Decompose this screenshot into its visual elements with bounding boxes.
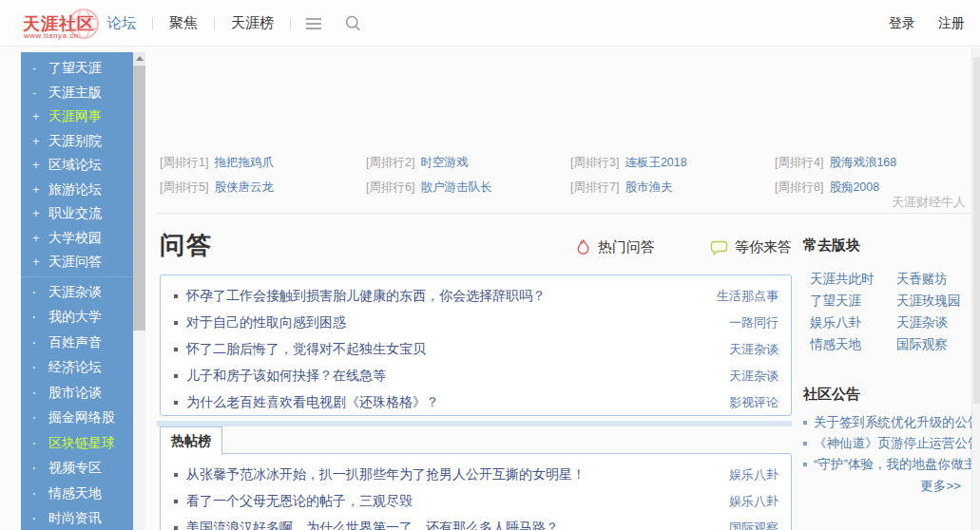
nav-focus[interactable]: 聚焦 (153, 14, 214, 32)
ranking-item: [周排行7]股市渔夫 (570, 180, 775, 196)
qa-question-list: 怀孕了工作会接触到损害胎儿健康的东西，你会选择辞职吗？生活那点事 对于自己的性取… (160, 274, 792, 416)
announcement-link[interactable]: 《神仙道》页游停止运营公告 (814, 435, 980, 452)
announcement-row: 关于签到系统优化升级的公告 (803, 412, 965, 433)
question-row: 怀了二胎后悔了，觉得对不起独生女宝贝天涯杂谈 (161, 336, 791, 363)
tab-waiting-answers[interactable]: 等你来答 (710, 238, 792, 256)
hot-tabstrip (157, 421, 792, 426)
sidebar-item[interactable]: -了望天涯 (21, 56, 133, 81)
board-link[interactable]: 天涯玫瑰园 (896, 290, 962, 312)
board-link[interactable]: 天涯共此时 (810, 268, 896, 290)
sidebar-item[interactable]: +职业交流 (21, 201, 133, 226)
auth-links: 登录 注册 (889, 0, 965, 47)
question-link[interactable]: 对于自己的性取向感到困惑 (186, 314, 718, 331)
frequent-boards-title: 常去版块 (803, 237, 860, 255)
frequent-boards: 天涯共此时 天香赌坊 了望天涯 天涯玫瑰园 娱乐八卦 天涯杂谈 情感天地 国际观… (810, 268, 962, 355)
tab-hot-questions[interactable]: 热门问答 (575, 238, 655, 256)
sidebar-item[interactable]: +旅游论坛 (21, 178, 133, 202)
announcement-link[interactable]: 关于签到系统优化升级的公告 (814, 414, 980, 431)
login-link[interactable]: 登录 (889, 15, 915, 32)
category-link[interactable]: 国际观察 (729, 520, 778, 530)
sidebar-item[interactable]: 时尚资讯 (21, 505, 133, 530)
question-link[interactable]: 怀了二胎后悔了，觉得对不起独生女宝贝 (186, 341, 718, 358)
sidebar-item[interactable]: -天涯主版 (21, 81, 133, 105)
question-row: 为什么老百姓喜欢看电视剧《还珠格格》？影视评论 (161, 389, 791, 416)
announcement-row: “守护”体验，我的地盘你做主 (803, 454, 965, 475)
announcements: 关于签到系统优化升级的公告 《神仙道》页游停止运营公告 “守护”体验，我的地盘你… (803, 412, 965, 475)
announcement-link[interactable]: “守护”体验，我的地盘你做主 (814, 456, 976, 473)
sidebar: -了望天涯 -天涯主版 +天涯网事 +天涯别院 +区域论坛 +旅游论坛 +职业交… (21, 52, 133, 530)
tianya-homepage: 天涯社区 www.tianya.cn 论坛 聚焦 天涯榜 登录 注册 - (0, 0, 980, 530)
ranking-item: [周排行6]散户游击队长 (366, 180, 570, 196)
sidebar-item[interactable]: 百姓声音 (21, 330, 133, 355)
category-link[interactable]: 天涯杂谈 (729, 341, 778, 358)
sidebar-item[interactable]: 天涯杂谈 (21, 279, 133, 305)
sidebar-item[interactable]: +天涯别院 (21, 129, 133, 154)
site-url: www.tianya.cn (24, 31, 79, 40)
sidebar-item[interactable]: +天涯问答 (21, 250, 133, 274)
qa-tabs: 热门问答 等你来答 (575, 238, 792, 256)
scrollbar-thumb[interactable] (973, 57, 980, 404)
question-link[interactable]: 怀孕了工作会接触到损害胎儿健康的东西，你会选择辞职吗？ (186, 288, 705, 305)
tab-hot-posts[interactable]: 热帖榜 (160, 426, 222, 455)
sidebar-group-main: -了望天涯 -天涯主版 +天涯网事 +天涯别院 +区域论坛 +旅游论坛 +职业交… (21, 56, 133, 274)
page-scrollbar[interactable] (971, 47, 980, 530)
register-link[interactable]: 注册 (938, 15, 965, 32)
board-link[interactable]: 国际观察 (896, 333, 962, 355)
sidebar-item[interactable]: 视频专区 (21, 455, 133, 481)
category-link[interactable]: 天涯杂谈 (729, 368, 778, 385)
sidebar-group-boards: 天涯杂谈 我的大学 百姓声音 经济论坛 股市论谈 掘金网络股 区块链星球 视频专… (21, 279, 133, 530)
bubble-icon (710, 239, 728, 256)
sidebar-item[interactable]: 我的大学 (21, 304, 133, 330)
category-link[interactable]: 一路同行 (729, 314, 778, 331)
sidebar-item[interactable]: 经济论坛 (21, 354, 133, 380)
announcements-title: 社区公告 (803, 386, 860, 404)
watermark-text: 天涯财经牛人 (892, 194, 966, 211)
sidebar-item[interactable]: +大学校园 (21, 226, 133, 251)
sidebar-item-active[interactable]: +天涯网事 (21, 104, 133, 129)
ranking-item: [周排行2]时空游戏 (366, 155, 570, 171)
board-link[interactable]: 天涯杂谈 (896, 312, 962, 333)
menu-icon[interactable] (291, 18, 336, 29)
question-row: 对于自己的性取向感到困惑一路同行 (161, 310, 791, 336)
section-divider (157, 213, 971, 214)
post-row: 看了一个父母无恩论的帖子，三观尽毁娱乐八卦 (161, 488, 791, 515)
category-link[interactable]: 娱乐八卦 (729, 466, 778, 483)
question-link[interactable]: 儿子和房子该如何抉择？在线急等 (186, 368, 718, 385)
question-row: 儿子和房子该如何抉择？在线急等天涯杂谈 (161, 363, 791, 389)
sidebar-item[interactable]: +区域论坛 (21, 153, 133, 178)
nav-tianya-rank[interactable]: 天涯榜 (215, 14, 290, 32)
post-row: 从张馨予范冰冰开始，扒一扒那些年为了抢男人公开互撕的女明星！娱乐八卦 (161, 462, 791, 488)
category-link[interactable]: 生活那点事 (717, 288, 778, 305)
more-link[interactable]: 更多>> (803, 478, 961, 495)
category-link[interactable]: 影视评论 (729, 394, 778, 411)
sidebar-scrollbar[interactable] (133, 52, 145, 530)
sidebar-item-active[interactable]: 区块链星球 (21, 430, 133, 456)
category-link[interactable]: 娱乐八卦 (729, 493, 778, 510)
weekly-rankings: [周排行1]拖把拖鸡爪 [周排行2]时空游戏 [周排行3]连板王2018 [周排… (160, 155, 977, 196)
question-link[interactable]: 为什么老百姓喜欢看电视剧《还珠格格》？ (186, 394, 718, 411)
nav-forum[interactable]: 论坛 (91, 14, 152, 32)
post-link[interactable]: 美国流浪汉好多啊，为什么世界第一了，还有那么多人睡马路？ (186, 520, 718, 530)
search-icon[interactable] (336, 14, 370, 32)
board-link[interactable]: 娱乐八卦 (810, 312, 896, 333)
sidebar-item[interactable]: 股市论谈 (21, 380, 133, 406)
post-link[interactable]: 从张馨予范冰冰开始，扒一扒那些年为了抢男人公开互撕的女明星！ (186, 466, 718, 483)
main-nav: 论坛 聚焦 天涯榜 (91, 0, 370, 47)
question-row: 怀孕了工作会接触到损害胎儿健康的东西，你会选择辞职吗？生活那点事 (161, 283, 791, 310)
sidebar-item[interactable]: 掘金网络股 (21, 405, 133, 430)
board-link[interactable]: 情感天地 (810, 333, 896, 355)
header: 天涯社区 www.tianya.cn 论坛 聚焦 天涯榜 登录 注册 (0, 0, 980, 47)
ranking-item: [周排行5]股侠唐云龙 (160, 180, 366, 196)
post-link[interactable]: 看了一个父母无恩论的帖子，三观尽毁 (186, 493, 718, 510)
scrollbar-thumb[interactable] (133, 66, 145, 331)
board-link[interactable]: 了望天涯 (810, 290, 896, 312)
board-link[interactable]: 天香赌坊 (896, 268, 962, 290)
qa-section-title: 问答 (160, 229, 213, 262)
scroll-up-button[interactable] (133, 52, 145, 65)
sidebar-item[interactable]: 情感天地 (21, 481, 133, 506)
arrow-up-icon (136, 56, 144, 61)
ranking-item: [周排行3]连板王2018 (570, 155, 775, 171)
hot-posts-list: 从张馨予范冰冰开始，扒一扒那些年为了抢男人公开互撕的女明星！娱乐八卦 看了一个父… (160, 453, 792, 530)
ranking-item: [周排行4]股海戏浪168 (775, 155, 977, 171)
announcement-row: 《神仙道》页游停止运营公告 (803, 433, 965, 454)
